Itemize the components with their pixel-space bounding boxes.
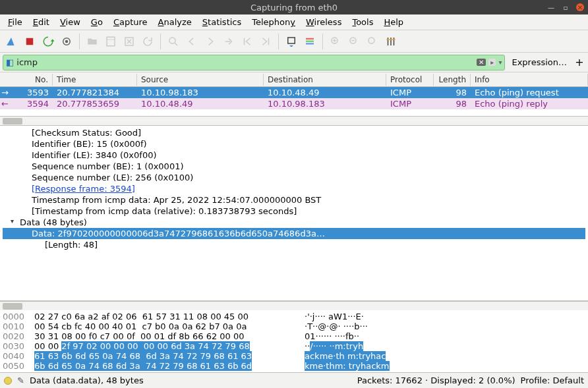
auto-scroll-button[interactable] (283, 33, 300, 50)
add-filter-button[interactable]: + (573, 56, 585, 69)
display-filter-wrap[interactable]: ◧ ✕ ▸ ▾ (3, 55, 505, 70)
cell-proto: ICMP (386, 88, 434, 97)
detail-data-length[interactable]: [Length: 48] (3, 239, 585, 250)
menu-analyze[interactable]: Analyze (154, 16, 196, 28)
reload-file-button[interactable] (139, 33, 156, 50)
packet-list-header: No. Time Source Destination Protocol Len… (0, 72, 588, 87)
hex-offset: 0050 (3, 361, 34, 371)
detail-seq-le[interactable]: Sequence number (LE): 256 (0x0100) (3, 172, 585, 183)
hex-bytes[interactable]: 00 54 cb fc 40 00 40 01 c7 b0 0a 0a 62 b… (34, 321, 305, 331)
detail-identifier-le[interactable]: Identifier (LE): 3840 (0x0f00) (3, 150, 585, 161)
hex-offset: 0010 (3, 321, 34, 331)
maximize-icon[interactable]: ▫ (562, 3, 570, 11)
expression-button[interactable]: Expression… (508, 56, 571, 69)
colorize-button[interactable] (301, 33, 318, 50)
svg-rect-0 (26, 38, 34, 45)
column-destination[interactable]: Destination (264, 74, 386, 86)
detail-data-toggle[interactable]: Data (48 bytes) (3, 217, 585, 228)
hex-offset: 0000 (3, 312, 34, 321)
menu-go[interactable]: Go (87, 16, 107, 28)
minimize-icon[interactable]: — (547, 3, 555, 11)
details-scrollbar[interactable] (0, 301, 588, 310)
hex-bytes[interactable]: 00 00 2f 97 02 00 00 00 00 00 6d 3a 74 7… (34, 341, 305, 351)
hex-bytes[interactable]: 02 27 c0 6a a2 af 02 06 61 57 31 11 08 0… (34, 312, 305, 321)
hex-bytes[interactable]: 30 31 08 00 f0 c7 00 0f 00 01 df 8b 66 6… (34, 331, 305, 341)
bookmark-icon[interactable]: ◧ (6, 57, 14, 67)
last-packet-button[interactable] (257, 33, 274, 50)
stop-capture-button[interactable] (21, 33, 38, 50)
hex-ascii[interactable]: kme·thm: tryhackm (305, 361, 390, 371)
resize-columns-button[interactable] (382, 33, 399, 50)
jump-to-button[interactable] (220, 33, 237, 50)
column-no[interactable]: No. (13, 74, 53, 86)
open-file-button[interactable] (84, 33, 101, 50)
menu-wireless[interactable]: Wireless (302, 16, 345, 28)
column-info[interactable]: Info (471, 74, 588, 86)
menu-telephony[interactable]: Telephony (248, 16, 299, 28)
filter-dropdown-icon[interactable]: ▾ (498, 59, 502, 66)
detail-identifier-be[interactable]: Identifier (BE): 15 (0x000f) (3, 138, 585, 150)
go-back-button[interactable] (183, 33, 200, 50)
hex-ascii[interactable]: 01······ ····fb·· (305, 331, 359, 341)
hex-dump[interactable]: 0000 02 27 c0 6a a2 af 02 06 61 57 31 11… (0, 310, 588, 372)
reply-arrow-icon: ← (0, 99, 13, 109)
packet-list-scrollbar[interactable] (0, 116, 588, 125)
hex-ascii[interactable]: ackme·th m:tryhac (305, 351, 386, 361)
menu-view[interactable]: View (56, 16, 84, 28)
clear-filter-icon[interactable]: ✕ (477, 59, 486, 66)
menu-statistics[interactable]: Statistics (198, 16, 245, 28)
zoom-in-button[interactable] (327, 33, 344, 50)
save-file-button[interactable] (102, 33, 119, 50)
column-time[interactable]: Time (53, 74, 137, 86)
menu-edit[interactable]: Edit (29, 16, 53, 28)
find-packet-button[interactable] (165, 33, 182, 50)
status-profile[interactable]: Profile: Default (521, 375, 584, 385)
go-forward-button[interactable] (202, 33, 219, 50)
packet-list: No. Time Source Destination Protocol Len… (0, 72, 588, 125)
expert-info-icon[interactable] (4, 377, 12, 385)
shark-fin-icon[interactable] (3, 33, 20, 50)
packet-row[interactable]: → 3593 20.777821384 10.10.98.183 10.10.4… (0, 87, 588, 98)
hex-offset: 0020 (3, 331, 34, 341)
restart-capture-button[interactable] (40, 33, 57, 50)
hex-offset: 0030 (3, 341, 34, 351)
hex-ascii[interactable]: ·T··@·@· ····b··· (305, 321, 368, 331)
packet-row[interactable]: ← 3594 20.777853659 10.10.48.49 10.10.98… (0, 98, 588, 109)
packet-details[interactable]: [Checksum Status: Good] Identifier (BE):… (0, 125, 588, 301)
toolbar (0, 30, 588, 53)
detail-data-selected[interactable]: Data: 2f970200000000006d3a7472796861636b… (3, 228, 585, 239)
svg-line-7 (175, 43, 177, 45)
detail-timestamp[interactable]: Timestamp from icmp data: Apr 25, 2022 1… (3, 194, 585, 206)
menu-help[interactable]: Help (380, 16, 407, 28)
capture-options-button[interactable] (58, 33, 75, 50)
menu-capture[interactable]: Capture (109, 16, 152, 28)
status-left: Data (data.data), 48 bytes (30, 375, 144, 385)
column-protocol[interactable]: Protocol (386, 74, 434, 86)
detail-timestamp-relative[interactable]: [Timestamp from icmp data (relative): 0.… (3, 206, 585, 217)
zoom-reset-button[interactable] (364, 33, 381, 50)
toolbar-separator (322, 34, 323, 49)
detail-seq-be[interactable]: Sequence number (BE): 1 (0x0001) (3, 161, 585, 172)
hex-ascii[interactable]: ··/····· ··m:tryh (305, 341, 363, 351)
hex-ascii[interactable]: ·'·j···· aW1···E· (305, 312, 364, 321)
column-indicator (0, 78, 13, 81)
hex-row: 0050 6b 6d 65 0a 74 68 6d 3a 74 72 79 68… (3, 361, 585, 371)
svg-point-2 (65, 40, 69, 43)
hex-bytes[interactable]: 6b 6d 65 0a 74 68 6d 3a 74 72 79 68 61 6… (34, 361, 305, 371)
close-icon[interactable]: ✕ (576, 3, 584, 11)
menu-tools[interactable]: Tools (348, 16, 377, 28)
first-packet-button[interactable] (239, 33, 256, 50)
close-file-button[interactable] (121, 33, 138, 50)
column-length[interactable]: Length (434, 74, 471, 86)
titlebar: Capturing from eth0 — ▫ ✕ (0, 0, 588, 14)
detail-response-frame-link[interactable]: [Response frame: 3594] (3, 183, 585, 194)
zoom-out-button[interactable] (345, 33, 363, 50)
column-source[interactable]: Source (137, 74, 264, 86)
svg-rect-9 (306, 38, 314, 39)
hex-bytes[interactable]: 61 63 6b 6d 65 0a 74 68 6d 3a 74 72 79 6… (34, 351, 305, 361)
edit-icon[interactable]: ✎ (17, 375, 24, 385)
display-filter-input[interactable] (16, 57, 474, 67)
menu-file[interactable]: File (4, 16, 26, 28)
apply-filter-icon[interactable]: ▸ (488, 59, 496, 66)
detail-checksum-status[interactable]: [Checksum Status: Good] (3, 127, 585, 138)
